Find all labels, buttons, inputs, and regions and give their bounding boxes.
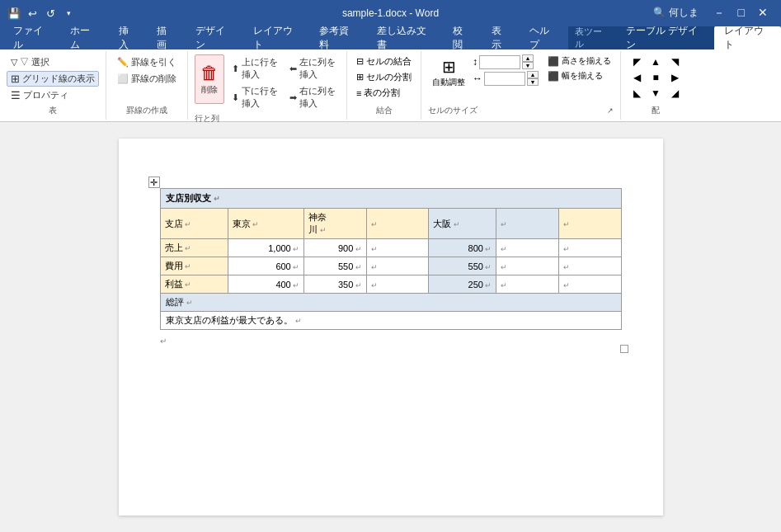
tab-references[interactable]: 参考資料 [309, 26, 366, 49]
group-table-label: 表 [7, 103, 99, 116]
header-branch: 支店 ↵ [160, 209, 228, 239]
group-borders: ✏️ 罫線を引く ⬜ 罫線の削除 罫線の作成 [106, 51, 188, 120]
height-spinner[interactable]: ▲ ▼ [522, 54, 534, 69]
tab-design[interactable]: デザイン [186, 26, 242, 49]
align-top-left[interactable]: ◤ [628, 54, 646, 69]
summary-text-cell: 東京支店の利益が最大である。 ↵ [160, 312, 621, 330]
properties-button[interactable]: ☰ プロパティ [7, 87, 99, 103]
insert-left-button[interactable]: ⬅ 左に列を挿入 [285, 54, 340, 82]
split-cells-button[interactable]: ⊞ セルの分割 [354, 70, 414, 84]
insert-right-icon: ➡ [289, 92, 297, 103]
draw-border-button[interactable]: ✏️ 罫線を引く [113, 54, 181, 70]
insert-below-button[interactable]: ⬇ 下に行を挿入 [228, 83, 282, 111]
tab-home[interactable]: ホーム [60, 26, 108, 49]
summary-label-text: 総評 [166, 297, 184, 307]
table-move-handle[interactable]: ✛ [148, 177, 160, 188]
tab-file[interactable]: ファイル [3, 26, 60, 49]
tab-view[interactable]: 表示 [482, 26, 520, 49]
minimize-button[interactable]: － [707, 6, 732, 21]
insert-below-label: 下に行を挿入 [242, 85, 278, 110]
tab-table-design[interactable]: テーブル デザイン [616, 26, 714, 49]
align-middle-center[interactable]: ■ [647, 70, 665, 85]
align-middle-right[interactable]: ▶ [666, 70, 684, 85]
save-icon[interactable]: 💾 [7, 6, 21, 21]
width-row: ↔ ▲ ▼ [473, 71, 539, 86]
delete-button[interactable]: 🗑 削除 [195, 54, 224, 104]
cell-size-content: ⊞ 自動調整 ↕ ▲ ▼ ↔ ▲ ▼ [428, 54, 614, 103]
insert-left-icon: ⬅ [289, 64, 297, 74]
height-down[interactable]: ▼ [522, 62, 534, 69]
align-bottom-center[interactable]: ▼ [647, 86, 665, 101]
maximize-button[interactable]: □ [732, 6, 751, 21]
cell-uriage-empty2: ↵ [496, 239, 559, 257]
equal-height-label: 高さを揃える [562, 55, 611, 67]
cell-size-expand-icon[interactable]: ↗ [607, 106, 614, 115]
tab-insert[interactable]: 挿入 [109, 26, 148, 49]
equal-width-label: 幅を揃える [562, 70, 603, 82]
align-top-right[interactable]: ◥ [666, 54, 684, 69]
align-bottom-left[interactable]: ◣ [628, 86, 646, 101]
eraser-icon: ⬜ [117, 73, 129, 84]
height-up[interactable]: ▲ [522, 54, 534, 62]
tab-table-tools: 表ツール [568, 26, 616, 49]
equal-height-icon: ⬛ [548, 56, 559, 67]
cell-uriage-kanagawa: 900 ↵ [304, 239, 367, 257]
width-up[interactable]: ▲ [527, 71, 539, 78]
insert-col-buttons: ⬅ 左に列を挿入 ➡ 右に列を挿入 [285, 54, 340, 111]
width-down[interactable]: ▼ [527, 78, 539, 86]
ribbon: ▽ ▽ 選択 ⊞ グリッド線の表示 ☰ プロパティ 表 ✏️ 罫線を引く [0, 49, 781, 122]
cell-rieki-empty1: ↵ [366, 275, 429, 294]
qat-dropdown-icon[interactable]: ▾ [61, 6, 76, 21]
quick-access-toolbar: 💾 ↩ ↺ ▾ [7, 6, 76, 21]
align-top-center[interactable]: ▲ [647, 54, 665, 69]
table-resize-handle[interactable] [620, 345, 628, 353]
split-table-button[interactable]: ≡ 表の分割 [354, 86, 414, 100]
document-page: ✛ 支店別収支 ↵ 支店 ↵ 東京 ↵ 神奈川 ↵ ↵ [119, 139, 663, 516]
redo-icon[interactable]: ↺ [43, 6, 58, 21]
group-borders-label: 罫線の作成 [113, 103, 181, 116]
equal-width-icon: ⬛ [548, 71, 559, 82]
height-row: ↕ ▲ ▼ [473, 54, 539, 69]
merge-cells-button[interactable]: ⊟ セルの結合 [354, 54, 414, 68]
cell-hiyo-tokyo: 600 ↵ [228, 257, 304, 275]
width-icon: ↔ [473, 73, 482, 84]
cell-hiyo-empty1: ↵ [366, 257, 429, 275]
group-alignment-label: 配 [628, 103, 684, 116]
tab-help[interactable]: ヘルプ [520, 26, 567, 49]
insert-right-button[interactable]: ➡ 右に列を挿入 [285, 83, 340, 111]
tab-draw[interactable]: 描画 [147, 26, 186, 49]
select-icon: ▽ [11, 57, 17, 68]
cell-hiyo-osaka: 550 ↵ [429, 257, 496, 275]
tab-review[interactable]: 校閲 [443, 26, 482, 49]
select-button[interactable]: ▽ ▽ 選択 [7, 54, 99, 70]
width-spinner[interactable]: ▲ ▼ [527, 71, 539, 86]
autofit-button[interactable]: ⊞ 自動調整 [428, 54, 469, 91]
merge-content: ⊟ セルの結合 ⊞ セルの分割 ≡ 表の分割 [354, 54, 414, 103]
undo-icon[interactable]: ↩ [25, 6, 40, 21]
tab-table-layout[interactable]: レイアウト [714, 26, 781, 49]
align-middle-left[interactable]: ◀ [628, 70, 646, 85]
table-title-text: 支店別収支 [166, 193, 211, 203]
equal-height-button[interactable]: ⬛ 高さを揃える [545, 54, 614, 68]
width-input[interactable] [484, 72, 525, 86]
erase-border-button[interactable]: ⬜ 罫線の削除 [113, 71, 181, 87]
height-icon: ↕ [473, 56, 478, 68]
pencil-icon: ✏️ [117, 57, 129, 68]
height-input[interactable] [479, 55, 520, 69]
table-row: 利益 ↵ 400 ↵ 350 ↵ ↵ 250 ↵ ↵ ↵ [160, 275, 621, 294]
tab-layout[interactable]: レイアウト [243, 26, 310, 49]
close-button[interactable]: ✕ [751, 6, 774, 21]
insert-left-label: 左に列を挿入 [299, 56, 336, 81]
alignment-content: ◤ ▲ ◥ ◀ ■ ▶ ◣ ▼ ◢ [628, 54, 684, 103]
equal-width-button[interactable]: ⬛ 幅を揃える [545, 69, 614, 82]
align-bottom-right[interactable]: ◢ [666, 86, 684, 101]
table-row: 売上 ↵ 1,000 ↵ 900 ↵ ↵ 800 ↵ ↵ ↵ [160, 239, 621, 257]
show-grid-button[interactable]: ⊞ グリッド線の表示 [7, 71, 99, 87]
header-empty2: ↵ [496, 209, 559, 239]
ribbon-tab-bar: ファイル ホーム 挿入 描画 デザイン レイアウト 参考資料 差し込み文書 校閲… [0, 26, 781, 49]
help-tab-right[interactable]: 🔍 何しま [645, 6, 706, 21]
split-table-icon: ≡ [356, 88, 361, 98]
cell-hiyo-label: 費用 ↵ [160, 257, 228, 275]
insert-above-button[interactable]: ⬆ 上に行を挿入 [228, 54, 282, 82]
tab-mailings[interactable]: 差し込み文書 [367, 26, 443, 49]
